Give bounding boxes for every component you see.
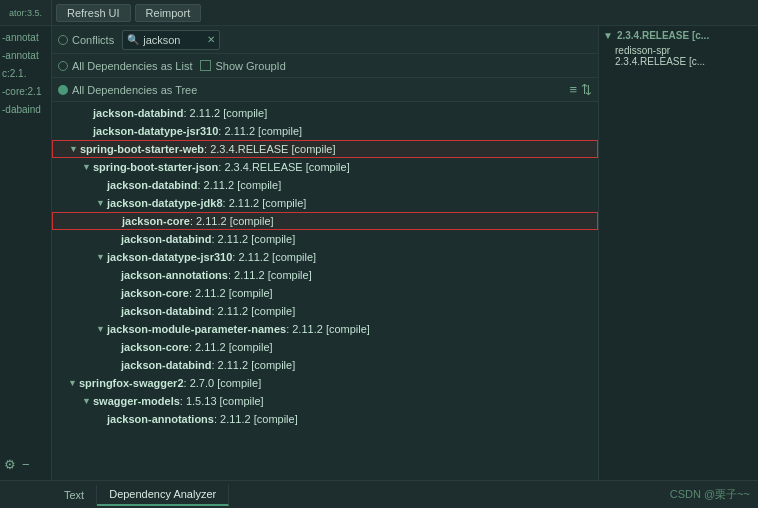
search-icon: 🔍	[127, 34, 139, 45]
chevron-icon: ▼	[96, 198, 104, 208]
tree-content: jackson-databind : 2.11.2 [compile] jack…	[52, 102, 598, 480]
left-label-5: -dabaind	[2, 102, 49, 118]
search-clear-icon[interactable]: ✕	[207, 34, 215, 45]
corner-text: ator:3.5.	[9, 8, 42, 18]
tree-row[interactable]: jackson-annotations : 2.11.2 [compile]	[52, 410, 598, 428]
left-label-2: -annotat	[2, 48, 49, 64]
left-label-4: -core:2.1	[2, 84, 49, 100]
watermark: CSDN @栗子~~	[670, 487, 750, 502]
left-labels: -annotat -annotat c:2.1. -core:2.1 -daba…	[0, 26, 52, 480]
chevron-icon: ▼	[82, 396, 90, 406]
tree-row[interactable]: jackson-core : 2.11.2 [compile]	[52, 338, 598, 356]
show-group-label: Show GroupId	[215, 60, 285, 72]
tree-row[interactable]: ▼ spring-boot-starter-json : 2.3.4.RELEA…	[52, 158, 598, 176]
toolbar: Refresh UI Reimport	[0, 0, 758, 26]
reimport-button[interactable]: Reimport	[135, 4, 202, 22]
tree-radio[interactable]	[58, 85, 68, 95]
sort-icon-1[interactable]: ≡	[569, 82, 577, 97]
tree-row[interactable]: jackson-datatype-jsr310 : 2.11.2 [compil…	[52, 122, 598, 140]
tree-row[interactable]: ▼ jackson-datatype-jsr310 : 2.11.2 [comp…	[52, 248, 598, 266]
tree-option[interactable]: All Dependencies as Tree	[58, 84, 197, 96]
tree-row-inner-highlighted[interactable]: jackson-core : 2.11.2 [compile]	[52, 212, 598, 230]
filter-bar-3: All Dependencies as Tree ≡ ⇅	[52, 78, 598, 102]
right-panel-title: 2.3.4.RELEASE [c...	[617, 30, 709, 41]
right-panel-sub2: 2.3.4.RELEASE [c...	[615, 56, 754, 67]
conflicts-option[interactable]: Conflicts	[58, 34, 114, 46]
tree-row[interactable]: jackson-databind : 2.11.2 [compile]	[52, 302, 598, 320]
bottom-tabs: Text Dependency Analyzer CSDN @栗子~~	[0, 480, 758, 508]
list-option[interactable]: All Dependencies as List	[58, 60, 192, 72]
chevron-icon: ▼	[68, 378, 76, 388]
tree-row[interactable]: jackson-databind : 2.11.2 [compile]	[52, 176, 598, 194]
left-label-3: c:2.1.	[2, 66, 49, 82]
right-panel: ▼ 2.3.4.RELEASE [c... redisson-spr 2.3.4…	[598, 26, 758, 480]
chevron-icon: ▼	[96, 324, 104, 334]
tab-dependency-analyzer[interactable]: Dependency Analyzer	[97, 484, 229, 506]
list-label: All Dependencies as List	[72, 60, 192, 72]
tree-row[interactable]: ▼ swagger-models : 1.5.13 [compile]	[52, 392, 598, 410]
tree-row[interactable]: jackson-databind : 2.11.2 [compile]	[52, 356, 598, 374]
chevron-icon: ▼	[96, 252, 104, 262]
tree-row[interactable]: ▼ springfox-swagger2 : 2.7.0 [compile]	[52, 374, 598, 392]
conflicts-radio[interactable]	[58, 35, 68, 45]
show-group-option[interactable]: Show GroupId	[200, 60, 285, 72]
conflicts-label: Conflicts	[72, 34, 114, 46]
gear-icon[interactable]: ⚙	[4, 457, 16, 472]
tree-row[interactable]: jackson-databind : 2.11.2 [compile]	[52, 230, 598, 248]
tree-row[interactable]: ▼ jackson-datatype-jdk8 : 2.11.2 [compil…	[52, 194, 598, 212]
filter-bar-2: All Dependencies as List Show GroupId	[52, 54, 598, 78]
minus-icon[interactable]: −	[22, 457, 30, 472]
chevron-icon: ▼	[82, 162, 90, 172]
main-area: Conflicts 🔍 ✕ All Dependencies as List S…	[52, 26, 598, 480]
right-panel-sub1: redisson-spr	[615, 45, 754, 56]
list-radio[interactable]	[58, 61, 68, 71]
search-input[interactable]	[143, 34, 203, 46]
sort-icons: ≡ ⇅	[569, 82, 592, 97]
left-label-1: -annotat	[2, 30, 49, 46]
tree-row-highlighted[interactable]: ▼ spring-boot-starter-web : 2.3.4.RELEAS…	[52, 140, 598, 158]
filter-bar-1: Conflicts 🔍 ✕	[52, 26, 598, 54]
show-group-checkbox[interactable]	[200, 60, 211, 71]
tree-row[interactable]: jackson-annotations : 2.11.2 [compile]	[52, 266, 598, 284]
tree-row[interactable]: jackson-databind : 2.11.2 [compile]	[52, 104, 598, 122]
tree-row[interactable]: jackson-core : 2.11.2 [compile]	[52, 284, 598, 302]
sort-icon-2[interactable]: ⇅	[581, 82, 592, 97]
tree-label: All Dependencies as Tree	[72, 84, 197, 96]
tree-row[interactable]: ▼ jackson-module-parameter-names : 2.11.…	[52, 320, 598, 338]
refresh-button[interactable]: Refresh UI	[56, 4, 131, 22]
corner-label: ator:3.5.	[0, 0, 52, 26]
search-box[interactable]: 🔍 ✕	[122, 30, 220, 50]
tab-text[interactable]: Text	[52, 485, 97, 505]
chevron-icon: ▼	[69, 144, 77, 154]
